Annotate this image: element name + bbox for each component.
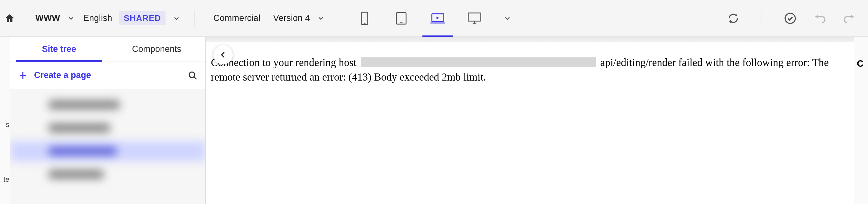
- site-tree-area: [10, 89, 206, 204]
- approve-check-icon[interactable]: [783, 11, 797, 25]
- svg-marker-5: [437, 17, 439, 19]
- outer-gutter-clipped: s te: [0, 37, 10, 204]
- create-page-row[interactable]: Create a page: [10, 62, 206, 89]
- gutter-char: s: [6, 121, 9, 129]
- site-label: WWW: [35, 13, 60, 23]
- chevron-down-icon: [172, 13, 182, 24]
- redacted-host: [361, 57, 596, 67]
- refresh-icon[interactable]: [726, 11, 740, 25]
- toolbar-context-group: Commercial Version 4: [214, 13, 326, 24]
- search-icon[interactable]: [187, 70, 198, 81]
- back-button[interactable]: [214, 45, 233, 65]
- separator: [762, 10, 762, 27]
- redo-icon[interactable]: [842, 11, 857, 25]
- device-tablet-icon[interactable]: [392, 9, 410, 27]
- version-selector[interactable]: Version 4: [273, 13, 326, 24]
- left-panel: Site tree Components Create a page: [10, 37, 206, 204]
- preview-panel: Connection to your rendering host api/ed…: [206, 37, 854, 204]
- tree-item[interactable]: [49, 118, 192, 138]
- version-label: Version 4: [273, 13, 310, 23]
- svg-rect-6: [468, 13, 480, 21]
- device-preview-group: [355, 9, 513, 27]
- undo-icon[interactable]: [813, 11, 827, 25]
- workspace-label[interactable]: Commercial: [214, 13, 260, 23]
- home-icon[interactable]: [4, 12, 16, 24]
- plus-icon: [18, 71, 28, 80]
- svg-rect-0: [361, 12, 368, 25]
- tree-item[interactable]: [49, 164, 192, 184]
- panel-top-shadow: [206, 37, 854, 42]
- site-tree-blurred: [10, 89, 206, 204]
- tab-site-tree[interactable]: Site tree: [10, 37, 108, 61]
- shared-selector[interactable]: SHARED: [119, 11, 182, 25]
- device-desktop-icon[interactable]: [465, 9, 484, 27]
- error-text-part1: Connection to your rendering host: [211, 57, 356, 68]
- render-error-message: Connection to your rendering host api/ed…: [206, 42, 854, 84]
- chevron-down-icon: [316, 13, 326, 24]
- right-rail-clipped: C: [854, 37, 868, 204]
- chevron-left-icon: [219, 50, 227, 59]
- svg-line-11: [194, 77, 196, 79]
- device-laptop-icon[interactable]: [429, 9, 447, 27]
- rail-char: C: [857, 58, 864, 69]
- tree-item[interactable]: [49, 95, 192, 115]
- site-selector[interactable]: WWW: [35, 13, 76, 24]
- toolbar-right-group: [726, 10, 863, 27]
- body-row: s te Site tree Components Create a page: [0, 37, 868, 204]
- tree-item-selected[interactable]: [10, 141, 206, 161]
- top-toolbar: WWW English SHARED Commercial Version 4: [0, 0, 868, 37]
- chevron-down-icon[interactable]: [502, 13, 513, 24]
- shared-badge: SHARED: [119, 11, 165, 25]
- toolbar-left-group: WWW English SHARED: [3, 10, 200, 27]
- svg-point-10: [189, 72, 194, 77]
- language-selector[interactable]: English: [83, 13, 112, 23]
- left-panel-tabs: Site tree Components: [10, 37, 206, 62]
- separator: [194, 10, 195, 27]
- svg-point-9: [785, 13, 795, 24]
- chevron-down-icon: [66, 13, 76, 24]
- device-phone-icon[interactable]: [355, 9, 374, 27]
- tab-components[interactable]: Components: [108, 37, 206, 61]
- gutter-char: te: [3, 175, 9, 184]
- create-page-label: Create a page: [34, 70, 181, 80]
